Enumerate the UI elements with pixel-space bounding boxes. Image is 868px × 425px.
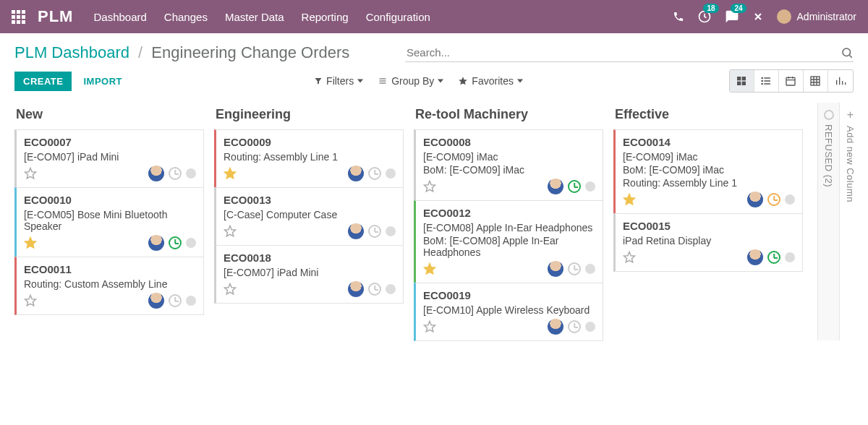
star-icon[interactable] bbox=[224, 225, 237, 238]
kanban-card[interactable]: ECO0009Routing: Assembly Line 1 bbox=[214, 129, 404, 188]
kanban-state-icon[interactable] bbox=[386, 168, 396, 179]
kanban-card[interactable]: ECO0015iPad Retina Display bbox=[613, 213, 803, 272]
kanban-card[interactable]: ECO0019[E-COM10] Apple Wireless Keyboard bbox=[414, 283, 603, 341]
nav-configuration[interactable]: Configuration bbox=[366, 11, 430, 23]
close-icon[interactable] bbox=[752, 11, 764, 22]
import-button[interactable]: IMPORT bbox=[83, 76, 122, 87]
folded-column-refused[interactable]: REFUSED (2) bbox=[817, 103, 839, 340]
kanban-card[interactable]: ECO0007[E-COM07] iPad Mini bbox=[14, 129, 204, 188]
favorites-menu[interactable]: Favorites bbox=[458, 75, 523, 87]
kanban-card[interactable]: ECO0012[E-COM08] Apple In-Ear Headphones… bbox=[414, 200, 603, 283]
group-by-menu[interactable]: Group By bbox=[378, 75, 443, 87]
assignee-avatar-icon[interactable] bbox=[348, 223, 364, 239]
assignee-avatar-icon[interactable] bbox=[548, 179, 563, 194]
activity-clock-icon[interactable] bbox=[568, 180, 581, 193]
view-kanban-icon[interactable] bbox=[730, 70, 754, 92]
kanban-state-icon[interactable] bbox=[585, 322, 595, 332]
clock-icon bbox=[824, 110, 834, 120]
svg-rect-2 bbox=[737, 77, 741, 80]
kanban-card[interactable]: ECO0008[E-COM09] iMacBoM: [E-COM09] iMac bbox=[414, 129, 603, 201]
apps-icon[interactable] bbox=[12, 10, 26, 24]
phone-icon[interactable] bbox=[673, 11, 684, 22]
kanban-state-icon[interactable] bbox=[186, 168, 196, 179]
column-title[interactable]: Effective bbox=[613, 103, 803, 129]
star-icon[interactable] bbox=[224, 167, 237, 180]
assignee-avatar-icon[interactable] bbox=[348, 281, 364, 297]
activity-icon[interactable]: 18 bbox=[697, 9, 712, 24]
view-calendar-icon[interactable] bbox=[779, 70, 804, 92]
activity-clock-icon[interactable] bbox=[568, 320, 581, 333]
card-line: [E-COM07] iPad Mini bbox=[224, 267, 396, 278]
card-line: [C-Case] Computer Case bbox=[224, 209, 396, 220]
activity-clock-icon[interactable] bbox=[368, 225, 381, 238]
star-icon[interactable] bbox=[24, 294, 37, 307]
kanban-card[interactable]: ECO0013[C-Case] Computer Case bbox=[214, 187, 404, 246]
svg-rect-10 bbox=[811, 77, 820, 85]
search-icon[interactable] bbox=[841, 46, 854, 59]
svg-rect-4 bbox=[737, 82, 741, 85]
activity-clock-icon[interactable] bbox=[169, 167, 182, 180]
kanban-state-icon[interactable] bbox=[186, 238, 196, 248]
nav-dashboard[interactable]: Dashboard bbox=[93, 11, 146, 23]
view-graph-icon[interactable] bbox=[828, 70, 853, 92]
nav-changes[interactable]: Changes bbox=[164, 11, 208, 23]
assignee-avatar-icon[interactable] bbox=[548, 261, 563, 277]
card-line: [E-COM05] Bose Mini Bluetooth Speaker bbox=[24, 209, 196, 232]
assignee-avatar-icon[interactable] bbox=[148, 235, 164, 251]
chat-icon[interactable]: 24 bbox=[725, 9, 739, 24]
column-title[interactable]: New bbox=[14, 103, 204, 129]
star-icon[interactable] bbox=[224, 283, 237, 296]
view-pivot-icon[interactable] bbox=[804, 70, 828, 92]
kanban-card[interactable]: ECO0018[E-COM07] iPad Mini bbox=[214, 245, 404, 304]
create-button[interactable]: CREATE bbox=[14, 72, 72, 91]
assignee-avatar-icon[interactable] bbox=[148, 166, 164, 181]
card-eco: ECO0014 bbox=[623, 136, 795, 148]
kanban-card[interactable]: ECO0014[E-COM09] iMacBoM: [E-COM09] iMac… bbox=[613, 129, 803, 214]
kanban-state-icon[interactable] bbox=[585, 181, 595, 192]
kanban-state-icon[interactable] bbox=[186, 296, 196, 306]
assignee-avatar-icon[interactable] bbox=[548, 319, 563, 335]
column-title[interactable]: Engineering bbox=[214, 103, 404, 129]
assignee-avatar-icon[interactable] bbox=[747, 192, 763, 207]
kanban-card[interactable]: ECO0011Routing: Custom Assembly Line bbox=[14, 257, 204, 315]
star-icon[interactable] bbox=[423, 320, 436, 333]
card-eco: ECO0010 bbox=[24, 194, 196, 206]
assignee-avatar-icon[interactable] bbox=[148, 293, 164, 309]
activity-clock-icon[interactable] bbox=[169, 236, 182, 249]
star-icon[interactable] bbox=[24, 236, 37, 249]
activity-clock-icon[interactable] bbox=[169, 294, 182, 307]
card-line: [E-COM10] Apple Wireless Keyboard bbox=[423, 304, 595, 316]
activity-clock-icon[interactable] bbox=[368, 283, 381, 296]
assignee-avatar-icon[interactable] bbox=[348, 166, 364, 181]
star-icon[interactable] bbox=[423, 262, 436, 275]
filters-menu[interactable]: Filters bbox=[314, 75, 363, 87]
star-icon[interactable] bbox=[423, 180, 436, 193]
kanban-column: EffectiveECO0014[E-COM09] iMacBoM: [E-CO… bbox=[613, 103, 803, 340]
user-menu[interactable]: Administrator bbox=[777, 9, 856, 24]
activity-badge: 18 bbox=[703, 4, 718, 13]
kanban-state-icon[interactable] bbox=[386, 284, 396, 294]
activity-clock-icon[interactable] bbox=[568, 262, 581, 275]
svg-point-8 bbox=[762, 83, 762, 84]
column-title[interactable]: Re-tool Machinery bbox=[414, 103, 603, 129]
activity-clock-icon[interactable] bbox=[368, 167, 381, 180]
nav-master-data[interactable]: Master Data bbox=[225, 11, 284, 23]
kanban-state-icon[interactable] bbox=[386, 226, 396, 236]
search-input[interactable] bbox=[405, 43, 841, 61]
breadcrumb-root[interactable]: PLM Dashboard bbox=[14, 43, 129, 61]
view-list-icon[interactable] bbox=[754, 70, 779, 92]
activity-clock-icon[interactable] bbox=[767, 251, 780, 264]
star-icon[interactable] bbox=[623, 193, 636, 206]
star-icon[interactable] bbox=[623, 251, 636, 264]
kanban-state-icon[interactable] bbox=[785, 194, 795, 205]
star-icon[interactable] bbox=[24, 167, 37, 180]
assignee-avatar-icon[interactable] bbox=[747, 249, 763, 265]
card-line: [E-COM08] Apple In-Ear Headphones bbox=[423, 222, 595, 233]
nav-reporting[interactable]: Reporting bbox=[302, 11, 349, 23]
kanban-state-icon[interactable] bbox=[785, 252, 795, 262]
card-line: [E-COM07] iPad Mini bbox=[24, 151, 196, 163]
kanban-state-icon[interactable] bbox=[585, 264, 595, 274]
add-column[interactable]: + Add new Column bbox=[839, 103, 861, 340]
activity-clock-icon[interactable] bbox=[767, 193, 780, 206]
kanban-card[interactable]: ECO0010[E-COM05] Bose Mini Bluetooth Spe… bbox=[14, 187, 204, 257]
